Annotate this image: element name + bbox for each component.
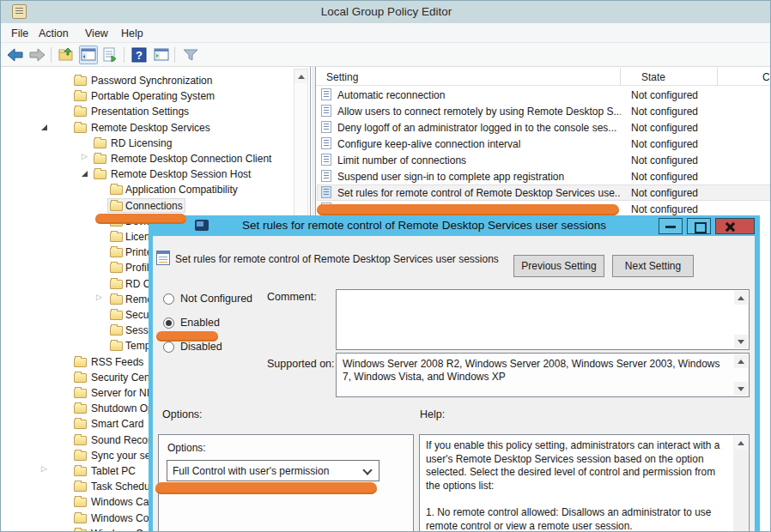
scroll-down-icon[interactable] [734, 335, 748, 348]
setting-row-1[interactable]: Automatic reconnectionNot configured [317, 87, 771, 103]
setting-row-3[interactable]: Deny logoff of an administrator logged i… [317, 119, 771, 136]
expanded-arrow-icon[interactable] [82, 171, 88, 177]
tree-item-presentation-settings[interactable]: Presentation Settings [2, 104, 294, 119]
column-header-comment[interactable]: C [762, 71, 770, 83]
folder-icon [74, 451, 87, 461]
tree-item-connections[interactable]: Connections [2, 198, 294, 214]
folder-icon [110, 326, 123, 336]
tree-item-label: RD Licensing [111, 137, 172, 149]
tree-item-portable-operating-system[interactable]: Portable Operating System [2, 88, 294, 104]
close-button[interactable] [715, 218, 755, 234]
setting-state: Not configured [631, 122, 698, 134]
folder-icon [110, 233, 123, 242]
radio-label[interactable]: Enabled [180, 317, 220, 329]
tree-item-label: Password Synchronization [91, 75, 212, 87]
policy-setting-icon [156, 251, 170, 265]
toolbar-separator [51, 47, 52, 63]
radio-label[interactable]: Disabled [180, 341, 222, 353]
setting-state: Not configured [631, 171, 698, 183]
next-setting-button[interactable]: Next Setting [612, 255, 694, 277]
comment-input[interactable] [336, 289, 750, 350]
radio-label[interactable]: Not Configured [180, 293, 252, 305]
list-header: Setting State C [316, 68, 771, 86]
svg-text:?: ? [136, 49, 143, 62]
tree-item-label: Presentation Settings [91, 106, 189, 118]
scroll-down-icon[interactable] [734, 382, 748, 396]
column-divider[interactable] [620, 68, 621, 86]
toolbar: ? [1, 43, 771, 67]
export-list-icon[interactable] [101, 45, 120, 64]
tree-item-remote-desktop-session-host[interactable]: Remote Desktop Session Host [2, 166, 294, 182]
menu-item-view[interactable]: View [82, 27, 112, 40]
back-icon[interactable] [6, 45, 25, 64]
column-header-setting[interactable]: Setting [326, 71, 358, 83]
tree-item-password-synchronization[interactable]: Password Synchronization [2, 73, 294, 88]
scroll-up-icon[interactable] [294, 70, 307, 83]
control-level-dropdown[interactable]: Full Control with user's permission [167, 460, 379, 481]
up-one-level-icon[interactable] [57, 45, 76, 64]
tree-item-remote-desktop-services[interactable]: Remote Desktop Services [2, 120, 294, 136]
scroll-up-icon[interactable] [734, 436, 747, 450]
folder-icon [94, 139, 106, 148]
supported-on-box[interactable]: Windows Server 2008 R2, Windows Server 2… [336, 353, 750, 397]
folder-icon [74, 436, 87, 445]
console-tree-icon[interactable] [79, 45, 98, 64]
setting-state: Not configured [631, 106, 698, 118]
help-icon[interactable]: ? [130, 45, 149, 64]
maximize-button[interactable] [687, 218, 711, 234]
policy-setting-icon [321, 186, 331, 198]
setting-row-5[interactable]: Limit number of connectionsNot configure… [317, 152, 771, 168]
tree-item-label: Remote Desktop Services [91, 122, 210, 134]
local-group-policy-editor-window: { "window": { "title": "Local Group Poli… [0, 0, 771, 532]
policy-setting-icon [321, 121, 331, 133]
folder-icon [74, 92, 87, 101]
setting-name: Automatic reconnection [337, 89, 445, 101]
column-header-state[interactable]: State [641, 71, 665, 83]
folder-icon [74, 498, 87, 507]
collapsed-arrow-icon[interactable]: ▷ [41, 464, 47, 473]
dialog-titlebar: Set rules for remote control of Remote D… [149, 215, 760, 236]
radio-disabled[interactable] [163, 342, 174, 353]
scroll-up-icon[interactable] [734, 291, 748, 305]
column-divider[interactable] [717, 68, 718, 86]
comment-label: Comment: [267, 291, 317, 303]
collapsed-arrow-icon[interactable]: ▷ [82, 152, 88, 160]
menu-item-help[interactable]: Help [118, 27, 147, 40]
setting-state: Not configured [631, 203, 698, 215]
folder-icon [74, 467, 87, 476]
menu-item-file[interactable]: File [8, 27, 32, 40]
help-pane: If you enable this policy setting, admin… [419, 434, 750, 532]
filter-icon[interactable] [181, 45, 200, 64]
minimize-button[interactable] [659, 218, 683, 234]
menu-item-action[interactable]: Action [35, 27, 72, 40]
policy-setting-icon [321, 137, 331, 149]
tree-item-remote-desktop-connection-client[interactable]: ▷Remote Desktop Connection Client [2, 151, 294, 166]
annotation-marker-select-network-detection-row [317, 204, 619, 215]
expanded-arrow-icon[interactable] [41, 124, 47, 130]
help-scrollbar[interactable] [733, 436, 748, 532]
folder-icon [110, 295, 123, 305]
setting-row-4[interactable]: Configure keep-alive connection interval… [317, 136, 771, 152]
show-hide-pane-icon[interactable] [152, 45, 171, 64]
folder-icon [110, 311, 123, 320]
scroll-up-icon[interactable] [734, 354, 748, 368]
dialog-title: Set rules for remote control of Remote D… [200, 219, 648, 232]
folder-icon [74, 107, 87, 117]
tree-item-rd-licensing[interactable]: RD Licensing [2, 136, 294, 151]
setting-state: Not configured [631, 89, 698, 101]
annotation-marker-enabled-radio [156, 331, 218, 342]
toolbar-separator [174, 47, 175, 63]
forward-icon[interactable] [27, 45, 46, 64]
folder-icon [74, 358, 87, 367]
dialog-border [149, 236, 153, 532]
policy-setting-icon [321, 154, 331, 166]
setting-row-6[interactable]: Suspend user sign-in to complete app reg… [317, 168, 771, 184]
setting-row-7[interactable]: Set rules for remote control of Remote D… [317, 184, 771, 201]
collapsed-arrow-icon[interactable]: ▷ [96, 293, 102, 301]
previous-setting-button[interactable]: Previous Setting [513, 255, 604, 277]
setting-row-2[interactable]: Allow users to connect remotely by using… [317, 103, 771, 119]
tree-item-application-compatibility[interactable]: Application Compatibility [2, 182, 294, 197]
radio-enabled[interactable] [163, 317, 174, 329]
radio-not-configured[interactable] [163, 293, 174, 305]
setting-name: Allow users to connect remotely by using… [337, 106, 621, 118]
